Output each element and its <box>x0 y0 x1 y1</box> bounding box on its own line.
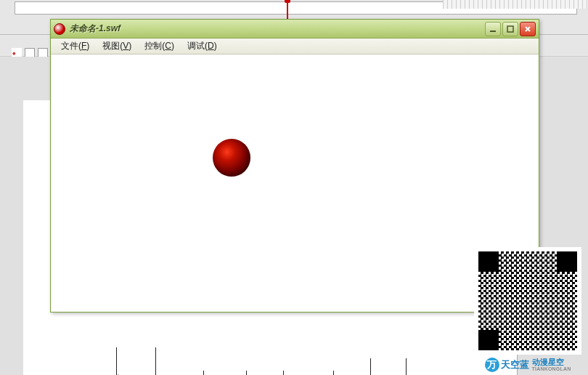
drawn-arc <box>203 371 247 375</box>
timeline-ruler <box>443 0 588 9</box>
drawn-arc <box>283 371 334 375</box>
menu-view[interactable]: 视图(V) <box>97 39 137 54</box>
qr-code-icon <box>474 247 581 355</box>
menu-control[interactable]: 控制(C) <box>139 39 180 54</box>
maximize-button[interactable] <box>502 22 518 36</box>
brand-name-main: 天空蓝 <box>501 358 529 371</box>
close-button[interactable] <box>520 22 536 36</box>
menu-debug[interactable]: 调试(D) <box>181 39 223 54</box>
drawn-arc <box>116 347 156 375</box>
brand-name-en: TIANKONGLAN <box>532 366 571 371</box>
player-menubar: 文件(F) 视图(V) 控制(C) 调试(D) <box>51 39 539 55</box>
window-titlebar[interactable]: 未命名-1.swf <box>51 20 539 39</box>
minimize-button[interactable] <box>485 22 501 36</box>
brand-name-sub: 动漫星空 <box>532 358 571 366</box>
swf-stage[interactable] <box>51 55 539 312</box>
flash-player-window: 未命名-1.swf 文件(F) 视图(V) 控制(C) 调试(D) <box>50 19 539 312</box>
brand-logo-icon: 万 <box>485 358 499 372</box>
menu-file[interactable]: 文件(F) <box>55 39 95 54</box>
svg-rect-0 <box>490 31 496 32</box>
svg-rect-1 <box>507 26 513 32</box>
drawn-arc <box>370 358 407 375</box>
window-title: 未命名-1.swf <box>70 23 485 35</box>
flash-player-icon <box>54 23 65 35</box>
red-sphere-graphic <box>213 139 250 177</box>
watermark: 万 天空蓝 动漫星空 TIANKONGLAN <box>470 247 585 372</box>
watermark-brand: 万 天空蓝 动漫星空 TIANKONGLAN <box>470 358 585 372</box>
